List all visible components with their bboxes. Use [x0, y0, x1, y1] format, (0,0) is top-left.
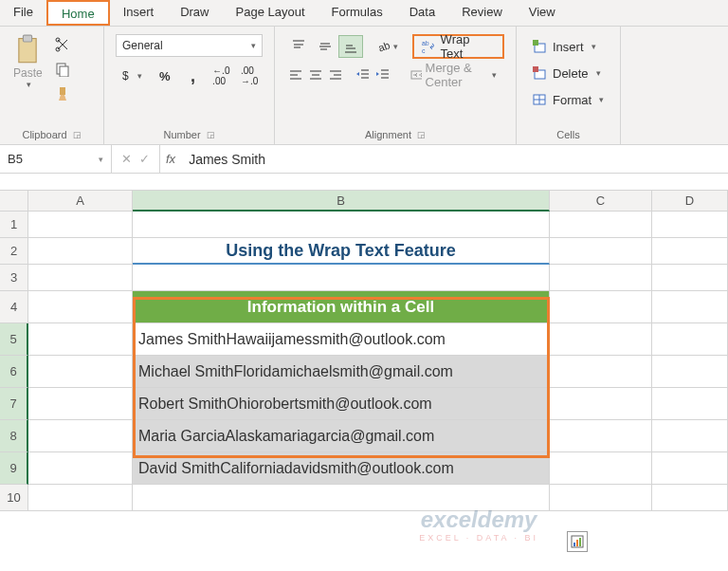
cell-b5[interactable]: James SmithHawaiijamessmith@outlook.com: [133, 323, 550, 356]
cell-c6[interactable]: [550, 356, 652, 388]
row-header-7[interactable]: 7: [0, 388, 28, 420]
tab-insert[interactable]: Insert: [110, 0, 168, 26]
cell-a10[interactable]: [28, 485, 133, 511]
fx-icon[interactable]: fx: [160, 152, 181, 166]
align-bottom-button[interactable]: [338, 35, 363, 58]
cell-a5[interactable]: [28, 323, 133, 356]
name-box[interactable]: B5 ▾: [0, 145, 112, 173]
comma-button[interactable]: ,: [180, 64, 207, 87]
number-format-dropdown[interactable]: General ▾: [116, 34, 263, 57]
accounting-format-button[interactable]: $▾: [116, 64, 150, 87]
tab-file[interactable]: File: [0, 0, 46, 26]
cell-d5[interactable]: [652, 323, 728, 356]
row-header-10[interactable]: 10: [0, 485, 28, 511]
cell-a2[interactable]: [28, 238, 133, 265]
cell-b10[interactable]: [133, 485, 550, 511]
enter-formula-button[interactable]: ✓: [139, 152, 150, 166]
merge-center-button[interactable]: Merge & Center ▾: [403, 63, 504, 87]
decrease-indent-button[interactable]: [355, 64, 373, 86]
cut-button[interactable]: [52, 34, 73, 55]
cell-d8[interactable]: [652, 420, 728, 452]
cell-d6[interactable]: [652, 356, 728, 388]
cell-c3[interactable]: [550, 265, 652, 291]
tab-formulas[interactable]: Formulas: [318, 0, 396, 26]
number-dialog-launcher[interactable]: ◲: [207, 130, 215, 139]
cells-delete-button[interactable]: Delete ▾: [528, 61, 609, 85]
increase-decimal-button[interactable]: ←.0.00: [208, 64, 234, 87]
row-header-9[interactable]: 9: [0, 452, 28, 485]
cell-a1[interactable]: [28, 212, 133, 238]
row-header-5[interactable]: 5: [0, 323, 28, 356]
cell-b7[interactable]: Robert SmithOhiorobertsmith@outlook.com: [133, 388, 550, 420]
cell-d1[interactable]: [652, 212, 728, 238]
cells-insert-button[interactable]: Insert ▾: [528, 34, 609, 59]
tab-view[interactable]: View: [516, 0, 569, 26]
row-header-6[interactable]: 6: [0, 356, 28, 388]
percent-button[interactable]: %: [152, 64, 178, 87]
cell-d9[interactable]: [652, 452, 728, 485]
row-header-1[interactable]: 1: [0, 212, 28, 238]
cell-b4[interactable]: Information within a Cell: [133, 291, 550, 323]
increase-indent-button[interactable]: [374, 64, 392, 86]
cell-c2[interactable]: [550, 238, 652, 265]
cell-b9[interactable]: David SmithCaliforniadavidsmith@outlook.…: [133, 452, 550, 485]
formula-input[interactable]: James Smith: [181, 152, 273, 167]
paste-button[interactable]: Paste ▾: [8, 30, 48, 114]
align-left-button[interactable]: [286, 64, 304, 86]
quick-analysis-button[interactable]: [567, 531, 588, 552]
tab-home[interactable]: Home: [46, 0, 110, 26]
cell-a6[interactable]: [28, 356, 133, 388]
cell-c4[interactable]: [550, 291, 652, 323]
tab-draw[interactable]: Draw: [167, 0, 222, 26]
row-header-2[interactable]: 2: [0, 238, 28, 265]
cell-c1[interactable]: [550, 212, 652, 238]
cell-b2[interactable]: Using the Wrap Text Feature: [133, 238, 550, 265]
format-painter-button[interactable]: [52, 83, 73, 104]
cell-d2[interactable]: [652, 238, 728, 265]
col-header-b[interactable]: B: [133, 191, 550, 212]
cell-b6[interactable]: Michael SmithFloridamichaelsmith@gmail.c…: [133, 356, 550, 388]
cell-d4[interactable]: [652, 291, 728, 323]
copy-button[interactable]: [52, 59, 73, 80]
align-middle-button[interactable]: [313, 35, 337, 58]
cell-c9[interactable]: [550, 452, 652, 485]
cell-a8[interactable]: [28, 420, 133, 452]
row-header-4[interactable]: 4: [0, 291, 28, 323]
tab-data[interactable]: Data: [396, 0, 448, 26]
cell-a7[interactable]: [28, 388, 133, 420]
cell-a4[interactable]: [28, 291, 133, 323]
clipboard-dialog-launcher[interactable]: ◲: [73, 130, 82, 139]
cell-a9[interactable]: [28, 452, 133, 485]
col-header-a[interactable]: A: [28, 191, 133, 212]
decrease-decimal-button[interactable]: .00→.0: [236, 64, 263, 87]
cell-c10[interactable]: [550, 485, 652, 511]
align-right-button[interactable]: [326, 64, 344, 86]
row-header-8[interactable]: 8: [0, 420, 28, 452]
cell-a3[interactable]: [28, 265, 133, 291]
svg-rect-39: [533, 66, 538, 72]
cell-c5[interactable]: [550, 323, 652, 356]
cell-d3[interactable]: [652, 265, 728, 291]
tab-page-layout[interactable]: Page Layout: [223, 0, 318, 26]
cell-b1[interactable]: [133, 212, 550, 238]
decrease-decimal-icon: .00→.0: [241, 65, 258, 86]
row-header-3[interactable]: 3: [0, 265, 28, 291]
tab-review[interactable]: Review: [448, 0, 516, 26]
wrap-text-button[interactable]: abc Wrap Text: [412, 34, 504, 59]
cancel-formula-button[interactable]: ✕: [121, 152, 132, 166]
cells-format-button[interactable]: Format ▾: [528, 87, 609, 112]
cell-b3[interactable]: [133, 265, 550, 291]
align-center-button[interactable]: [306, 64, 324, 86]
alignment-dialog-launcher[interactable]: ◲: [417, 130, 426, 139]
select-all-corner[interactable]: [0, 191, 28, 212]
cell-c7[interactable]: [550, 388, 652, 420]
col-header-c[interactable]: C: [550, 191, 652, 212]
cell-c8[interactable]: [550, 420, 652, 452]
orientation-button[interactable]: ab▾: [374, 35, 399, 58]
cell-d7[interactable]: [652, 388, 728, 420]
cell-d10[interactable]: [652, 485, 728, 511]
increase-indent-icon: [375, 67, 391, 83]
cell-b8[interactable]: Maria GarciaAlaskamariagarcia@gmail.com: [133, 420, 550, 452]
col-header-d[interactable]: D: [652, 191, 728, 212]
align-top-button[interactable]: [286, 35, 311, 58]
